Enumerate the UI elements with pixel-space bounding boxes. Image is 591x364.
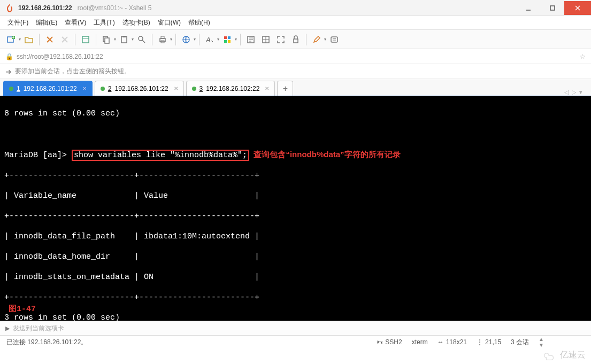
term-line: | Variable_name | Value |	[4, 191, 587, 201]
statusbar: 已连接 192.168.26.101:22。 🗝SSH2 xterm ↔118x…	[0, 336, 591, 348]
menu-window[interactable]: 窗口(W)	[158, 18, 181, 27]
paste-button[interactable]: ▾	[117, 33, 134, 47]
term-line: | innodb_stats_on_metadata | ON |	[4, 272, 587, 282]
status-size: ↔118x21	[438, 338, 467, 346]
term-line: MariaDB [aa]> show variables like "%inno…	[4, 149, 587, 160]
tab-nav: ◁ ▷ ▾	[564, 89, 588, 96]
tab-label: 192.168.26.101:22	[114, 85, 168, 92]
svg-text:A: A	[205, 36, 211, 44]
watermark: 亿速云	[543, 350, 586, 361]
cursor-pos-icon: ⋮	[477, 338, 483, 346]
svg-point-14	[139, 36, 143, 41]
copy-button[interactable]: ▾	[99, 33, 116, 47]
app-icon	[5, 4, 14, 12]
term-line	[4, 129, 587, 139]
titlebar: 192.168.26.101:22 root@vms001:~ - Xshell…	[0, 0, 591, 16]
fullscreen-button[interactable]	[274, 33, 288, 47]
tab-close-icon[interactable]: ✕	[174, 86, 178, 91]
term-line: | innodb_data_file_path | ibdata1:10M:au…	[4, 231, 587, 242]
transfer-button[interactable]: ▾	[179, 33, 196, 47]
menu-file[interactable]: 文件(F)	[7, 18, 28, 27]
term-line: 8 rows in set (0.00 sec)	[4, 109, 587, 119]
tab-prev-icon[interactable]: ◁	[564, 89, 569, 96]
new-session-button[interactable]: ▾	[4, 33, 21, 47]
lock2-button[interactable]	[289, 33, 303, 47]
figure-label: 图1-47	[9, 304, 36, 314]
lock-icon: 🔒	[5, 53, 13, 60]
open-session-button[interactable]	[22, 33, 36, 47]
session-tabs: 1 192.168.26.101:22 ✕ 2 192.168.26.101:2…	[0, 79, 591, 96]
tab-session-1[interactable]: 1 192.168.26.101:22 ✕	[3, 81, 93, 96]
status-updown-icon[interactable]: ▲▼	[539, 336, 544, 348]
tab-session-2[interactable]: 2 192.168.26.101:22 ✕	[95, 81, 184, 96]
tab-label: 192.168.26.102:22	[206, 85, 259, 92]
help-button[interactable]	[327, 33, 341, 47]
svg-rect-1	[550, 6, 555, 10]
compose-placeholder: 发送到当前选项卡	[13, 324, 64, 333]
status-sessions: 3 会话	[511, 338, 529, 347]
tab-next-icon[interactable]: ▷	[572, 89, 576, 96]
compose-caret-icon: ▶	[5, 325, 10, 332]
status-protocol: 🗝SSH2	[377, 338, 402, 346]
status-dot-icon	[9, 87, 13, 91]
term-line: +--------------------------+------------…	[4, 171, 587, 181]
menu-tools[interactable]: 工具(T)	[94, 18, 114, 27]
compose-bar[interactable]: ▶ 发送到当前选项卡	[0, 321, 591, 336]
menu-tabs[interactable]: 选项卡(B)	[122, 18, 150, 27]
disconnect-button[interactable]	[58, 33, 72, 47]
tab-label: 192.168.26.101:22	[24, 85, 77, 92]
term-line: +--------------------------+------------…	[4, 292, 587, 303]
script-button[interactable]	[244, 33, 258, 47]
menu-help[interactable]: 帮助(H)	[188, 18, 210, 27]
term-line: | innodb_data_home_dir | |	[4, 252, 587, 262]
status-connection: 已连接 192.168.26.101:22。	[6, 338, 367, 347]
tab-menu-icon[interactable]: ▾	[579, 89, 582, 96]
find-button[interactable]	[135, 33, 149, 47]
tab-close-icon[interactable]: ✕	[265, 86, 269, 91]
hint-bar: ➜ 要添加当前会话，点击左侧的箭头按钮。	[0, 64, 591, 79]
reconnect-button[interactable]	[43, 33, 57, 47]
svg-rect-22	[228, 36, 231, 39]
term-line: +--------------------------+------------…	[4, 211, 587, 221]
tab-accel: 1	[17, 85, 20, 92]
term-line: 3 rows in set (0.00 sec)	[4, 313, 587, 321]
status-cursor: ⋮21,15	[477, 338, 501, 346]
annotation: 查询包含“innodb%data”字符的所有记录	[249, 150, 401, 159]
bookmark-icon[interactable]: ☆	[580, 53, 586, 60]
svg-rect-11	[105, 38, 109, 43]
address-bar[interactable]: 🔒 ssh://root@192.168.26.101:22 ☆	[0, 49, 591, 64]
tab-accel: 3	[199, 85, 203, 92]
tab-session-3[interactable]: 3 192.168.26.102:22 ✕	[186, 81, 275, 96]
tab-close-icon[interactable]: ✕	[82, 86, 87, 91]
print-button[interactable]: ▾	[156, 33, 172, 47]
address-url: ssh://root@192.168.26.101:22	[17, 53, 580, 60]
svg-rect-33	[331, 37, 337, 42]
window-title: 192.168.26.101:22	[18, 4, 72, 12]
highlight-button[interactable]: ▾	[310, 33, 326, 47]
svg-rect-13	[122, 36, 126, 37]
menu-view[interactable]: 查看(V)	[65, 18, 86, 27]
terminal[interactable]: 8 rows in set (0.00 sec) MariaDB [aa]> s…	[0, 96, 591, 321]
svg-line-15	[142, 40, 145, 43]
menu-edit[interactable]: 编辑(E)	[36, 18, 57, 27]
toolbar: ▾ ▾ ▾ ▾ ▾ A▾ ▾ ▾	[0, 30, 591, 49]
resize-icon: ↔	[438, 338, 444, 346]
svg-rect-24	[228, 40, 231, 43]
status-dot-icon	[192, 87, 196, 91]
highlight-box: show variables like "%innodb%data%";	[72, 150, 249, 161]
ssh-icon: 🗝	[377, 338, 383, 346]
color-button[interactable]: ▾	[220, 33, 237, 47]
tab-accel: 2	[108, 85, 112, 92]
hint-text: 要添加当前会话，点击左侧的箭头按钮。	[15, 67, 131, 76]
maximize-button[interactable]	[540, 1, 564, 15]
svg-rect-23	[224, 40, 227, 43]
font-button[interactable]: A▾	[203, 33, 219, 47]
tab-add-button[interactable]: +	[277, 81, 293, 96]
hint-arrow-icon[interactable]: ➜	[5, 67, 12, 76]
minimize-button[interactable]	[516, 1, 540, 15]
close-button[interactable]	[564, 1, 591, 15]
lock-button[interactable]	[259, 33, 273, 47]
menubar: 文件(F) 编辑(E) 查看(V) 工具(T) 选项卡(B) 窗口(W) 帮助(…	[0, 16, 591, 30]
status-dot-icon	[101, 87, 105, 91]
properties-button[interactable]	[79, 33, 93, 47]
